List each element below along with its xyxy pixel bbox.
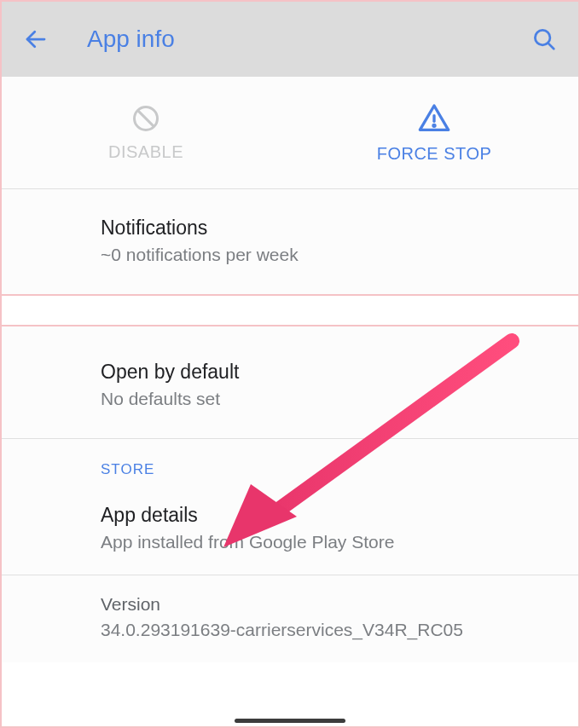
notifications-item[interactable]: Notifications ~0 notifications per week <box>2 189 578 294</box>
open-by-default-subtitle: No defaults set <box>101 389 554 409</box>
app-details-item[interactable]: App details App installed from Google Pl… <box>2 478 578 575</box>
disable-label: DISABLE <box>108 142 183 162</box>
force-stop-button[interactable]: FORCE STOP <box>290 77 578 188</box>
store-header: STORE <box>2 439 578 478</box>
app-details-title: App details <box>101 504 554 527</box>
force-stop-label: FORCE STOP <box>377 144 492 164</box>
back-button[interactable] <box>19 22 53 56</box>
open-by-default-title: Open by default <box>101 361 554 384</box>
disable-button[interactable]: DISABLE <box>2 77 290 188</box>
page-title: App info <box>87 26 527 53</box>
disable-icon <box>130 103 161 134</box>
svg-point-6 <box>433 124 435 126</box>
notifications-title: Notifications <box>101 217 554 240</box>
svg-line-4 <box>137 110 154 126</box>
action-row: DISABLE FORCE STOP <box>2 77 578 189</box>
notifications-subtitle: ~0 notifications per week <box>101 245 554 265</box>
open-by-default-item[interactable]: Open by default No defaults set <box>2 326 578 439</box>
version-subtitle: 34.0.293191639-carrierservices_V34R_RC05 <box>101 620 554 640</box>
arrow-back-icon <box>23 26 49 52</box>
nav-handle[interactable] <box>235 719 345 723</box>
version-item[interactable]: Version 34.0.293191639-carrierservices_V… <box>2 575 578 662</box>
search-icon <box>531 26 557 52</box>
section-gap <box>2 294 578 326</box>
version-title: Version <box>101 594 554 615</box>
warning-icon <box>417 101 451 136</box>
search-button[interactable] <box>527 22 561 56</box>
svg-line-2 <box>548 43 554 49</box>
app-bar: App info <box>2 2 578 77</box>
app-details-subtitle: App installed from Google Play Store <box>101 532 554 552</box>
